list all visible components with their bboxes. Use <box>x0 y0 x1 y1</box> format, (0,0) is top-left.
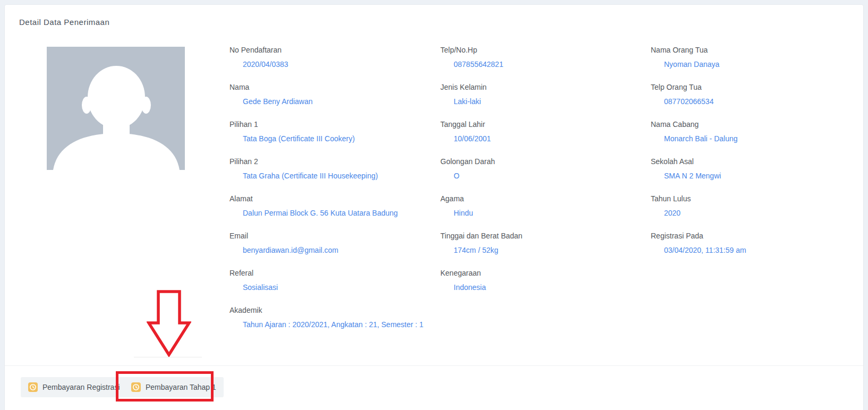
field-label: Email <box>229 230 426 241</box>
field-no-pendaftaran: No Pendaftaran 2020/04/0383 <box>229 45 426 82</box>
field-nama: Nama Gede Beny Ardiawan <box>229 82 426 119</box>
field-alamat: Alamat Dalun Permai Block G. 56 Kuta Uat… <box>229 193 426 230</box>
field-value: 03/04/2020, 11:31:59 am <box>664 245 847 255</box>
field-label: Tanggal Lahir <box>440 119 637 130</box>
field-registrasi-pada: Registrasi Pada 03/04/2020, 11:31:59 am <box>651 230 847 268</box>
profile-photo-placeholder <box>47 47 185 170</box>
field-value: 10/06/2001 <box>454 133 637 144</box>
footer-divider <box>5 365 863 366</box>
person-silhouette-icon <box>47 47 185 170</box>
field-value: benyardiawan.id@gmail.com <box>243 245 426 255</box>
field-value: 087702066534 <box>664 96 847 107</box>
field-value: 174cm / 52kg <box>454 245 637 255</box>
field-value: Hindu <box>454 208 637 218</box>
field-value: Tata Boga (Certificate III Cookery) <box>243 133 426 144</box>
pembayaran-tahap-1-button[interactable]: Pembayaran Tahap 1 <box>124 377 224 397</box>
field-value: Laki-laki <box>454 96 637 107</box>
field-label: Sekolah Asal <box>651 156 847 167</box>
field-label: Jenis Kelamin <box>440 82 637 92</box>
page-title: Detail Data Penerimaan <box>19 18 109 27</box>
field-label: Pilihan 2 <box>229 156 426 167</box>
field-tinggi-berat-badan: Tinggai dan Berat Badan 174cm / 52kg <box>440 230 637 268</box>
field-label: Pilihan 1 <box>229 119 426 130</box>
field-agama: Agama Hindu <box>440 193 637 230</box>
field-tanggal-lahir: Tanggal Lahir 10/06/2001 <box>440 119 637 156</box>
field-pilihan-1: Pilihan 1 Tata Boga (Certificate III Coo… <box>229 119 426 156</box>
field-label: Telp Orang Tua <box>651 82 847 92</box>
clock-icon <box>28 382 38 392</box>
field-value: Gede Beny Ardiawan <box>243 96 426 107</box>
field-label: Registrasi Pada <box>651 230 847 241</box>
field-value: Monarch Bali - Dalung <box>664 133 847 144</box>
photo-column-divider <box>134 357 202 357</box>
field-label: Nama Cabang <box>651 119 847 130</box>
field-value: 2020 <box>664 208 847 218</box>
field-value: Indonesia <box>454 282 637 293</box>
field-label: Akademik <box>229 305 426 315</box>
field-value: 087855642821 <box>454 59 637 70</box>
field-label: Agama <box>440 193 637 204</box>
field-referal: Referal Sosialisasi <box>229 268 426 305</box>
field-value: Sosialisasi <box>243 282 426 293</box>
field-label: Nama Orang Tua <box>651 45 847 55</box>
pembayaran-registrasi-button[interactable]: Pembayaran Registrasi <box>21 377 127 397</box>
detail-column-1: No Pendaftaran 2020/04/0383 Nama Gede Be… <box>229 45 426 342</box>
field-value: Nyoman Danaya <box>664 59 847 70</box>
field-telp-orang-tua: Telp Orang Tua 087702066534 <box>651 82 847 119</box>
field-nama-orang-tua: Nama Orang Tua Nyoman Danaya <box>651 45 847 82</box>
field-nama-cabang: Nama Cabang Monarch Bali - Dalung <box>651 119 847 156</box>
field-label: Alamat <box>229 193 426 204</box>
field-akademik: Akademik Tahun Ajaran : 2020/2021, Angka… <box>229 305 426 342</box>
button-label: Pembayaran Registrasi <box>42 383 120 391</box>
screen: Detail Data Penerimaan No Pendaftaran 20… <box>0 0 868 410</box>
field-golongan-darah: Golongan Darah O <box>440 156 637 193</box>
field-pilihan-2: Pilihan 2 Tata Graha (Certificate III Ho… <box>229 156 426 193</box>
field-value: Tata Graha (Certificate III Housekeeping… <box>243 170 426 181</box>
detail-column-2: Telp/No.Hp 087855642821 Jenis Kelamin La… <box>440 45 637 305</box>
field-value: SMA N 2 Mengwi <box>664 170 847 181</box>
field-sekolah-asal: Sekolah Asal SMA N 2 Mengwi <box>651 156 847 193</box>
field-value: Dalun Permai Block G. 56 Kuta Uatara Bad… <box>243 208 426 218</box>
field-value: Tahun Ajaran : 2020/2021, Angkatan : 21,… <box>243 319 426 330</box>
field-value: O <box>454 170 637 181</box>
field-label: Tahun Lulus <box>651 193 847 204</box>
field-email: Email benyardiawan.id@gmail.com <box>229 230 426 268</box>
field-label: Telp/No.Hp <box>440 45 637 55</box>
field-telp-no-hp: Telp/No.Hp 087855642821 <box>440 45 637 82</box>
field-label: Golongan Darah <box>440 156 637 167</box>
field-label: Nama <box>229 82 426 92</box>
button-label: Pembayaran Tahap 1 <box>146 383 216 391</box>
detail-column-3: Nama Orang Tua Nyoman Danaya Telp Orang … <box>651 45 847 268</box>
field-label: Referal <box>229 268 426 278</box>
field-tahun-lulus: Tahun Lulus 2020 <box>651 193 847 230</box>
field-value: 2020/04/0383 <box>243 59 426 70</box>
field-label: Kenegaraan <box>440 268 637 278</box>
field-label: No Pendaftaran <box>229 45 426 55</box>
field-kenegaraan: Kenegaraan Indonesia <box>440 268 637 305</box>
field-jenis-kelamin: Jenis Kelamin Laki-laki <box>440 82 637 119</box>
clock-icon <box>131 382 141 392</box>
field-label: Tinggai dan Berat Badan <box>440 230 637 241</box>
